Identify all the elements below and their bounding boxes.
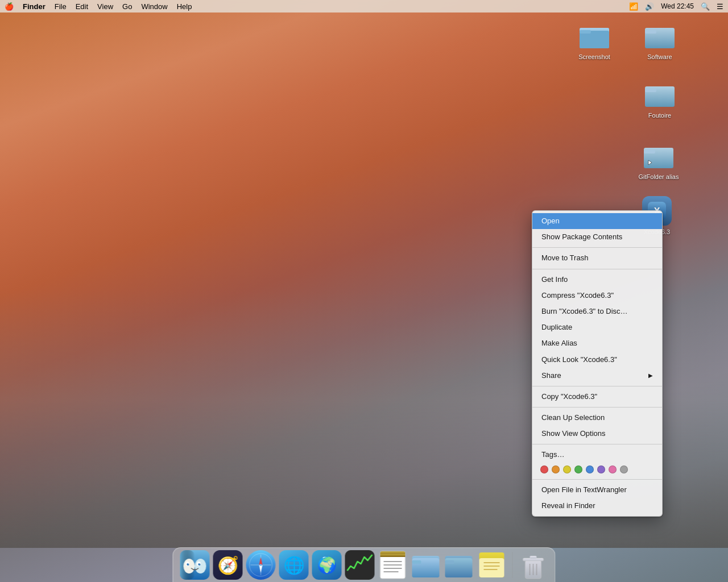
svg-point-21 (188, 563, 189, 564)
dock-network-icon: 🌍 (312, 550, 342, 580)
folder-icon-screenshot (580, 21, 609, 51)
ctx-quick-look[interactable]: Quick Look "Xcode6.3" (532, 352, 662, 368)
context-menu: Open Show Package Contents Move to Trash… (532, 210, 663, 517)
tag-purple[interactable] (597, 465, 605, 473)
svg-rect-7 (645, 89, 656, 92)
ctx-burn[interactable]: Burn "Xcode6.3" to Disc… (532, 304, 662, 319)
ctx-open-textwrangler[interactable]: Open File in TextWrangler (532, 482, 662, 498)
svg-point-16 (195, 559, 206, 573)
folder-label-gitfolder: GitFolder alias (639, 173, 679, 181)
dock-item-trash[interactable] (519, 550, 548, 580)
ctx-sep-5 (532, 444, 662, 444)
svg-rect-3 (580, 30, 591, 34)
ctx-sep-1 (532, 247, 662, 248)
ctx-share[interactable]: Share ▶ (532, 368, 662, 384)
ctx-sep-2 (532, 269, 662, 269)
dock-item-files[interactable] (411, 550, 441, 580)
tag-gray[interactable] (620, 465, 628, 473)
ctx-duplicate[interactable]: Duplicate (532, 319, 662, 335)
ctx-sep-6 (532, 479, 662, 480)
folder-icon-gitfolder (644, 141, 673, 171)
dock-item-activity[interactable] (345, 550, 375, 580)
dock-dashboard-icon: 🧭 (213, 550, 243, 580)
ctx-tags-label[interactable]: Tags… (532, 447, 662, 463)
ctx-move-trash[interactable]: Move to Trash (532, 250, 662, 266)
folder-icon-software (645, 21, 675, 51)
notification-icon[interactable]: ☰ (717, 2, 723, 11)
dock-item-network[interactable]: 🌍 (312, 550, 342, 580)
dock-item-finder[interactable] (180, 550, 210, 580)
dock-safari2-icon: 🌐 (279, 550, 309, 580)
svg-rect-29 (345, 550, 375, 580)
ctx-sep-4 (532, 407, 662, 408)
svg-rect-53 (530, 556, 537, 559)
desktop-icon-screenshot[interactable]: Screenshot (572, 21, 617, 61)
ctx-view-options[interactable]: Show View Options (532, 426, 662, 442)
desktop-icon-gitfolder[interactable]: GitFolder alias (636, 141, 681, 181)
tag-blue[interactable] (586, 465, 594, 473)
clock-icon: Wed 22:45 (661, 2, 694, 10)
svg-point-15 (184, 559, 195, 573)
dock-activity-icon (345, 550, 375, 580)
ctx-open[interactable]: Open (532, 213, 662, 229)
wifi-icon[interactable]: 📶 (629, 2, 638, 11)
dock-finder-icon (180, 550, 210, 580)
dock-notes-icon (477, 550, 507, 580)
dock-item-textedit[interactable] (378, 550, 408, 580)
menu-view[interactable]: View (97, 2, 113, 11)
ctx-cleanup[interactable]: Clean Up Selection (532, 410, 662, 426)
svg-rect-44 (479, 558, 504, 577)
folder-label-screenshot: Screenshot (578, 53, 610, 61)
apple-menu[interactable]: 🍎 (5, 2, 14, 11)
dock-divider (512, 552, 513, 578)
spotlight-icon[interactable]: 🔍 (701, 2, 710, 11)
volume-icon[interactable]: 🔊 (645, 2, 654, 11)
svg-rect-9 (644, 150, 655, 153)
menu-finder[interactable]: Finder (23, 2, 46, 11)
ctx-reveal-finder[interactable]: Reveal in Finder (532, 498, 662, 514)
folder-label-software: Software (647, 53, 672, 61)
dock-item-safari1[interactable] (246, 550, 276, 580)
dock-item-finder2[interactable] (444, 550, 474, 580)
folder-label-foutoire: Foutoire (648, 111, 671, 119)
svg-rect-5 (645, 30, 656, 34)
svg-point-22 (200, 563, 201, 564)
svg-rect-42 (445, 560, 454, 564)
dock-files-icon (411, 550, 441, 580)
menu-file[interactable]: File (55, 2, 67, 11)
tag-yellow[interactable] (563, 465, 571, 473)
tag-green[interactable] (574, 465, 582, 473)
share-chevron: ▶ (648, 372, 653, 380)
svg-rect-39 (412, 560, 421, 564)
ctx-get-info[interactable]: Get Info (532, 272, 662, 288)
dock-safari1-icon (246, 550, 276, 580)
menubar: 🍎 Finder File Edit View Go Window Help 📶… (0, 0, 728, 13)
ctx-copy[interactable]: Copy "Xcode6.3" (532, 389, 662, 405)
ctx-make-alias[interactable]: Make Alias (532, 335, 662, 351)
dock-item-notes[interactable] (477, 550, 507, 580)
ctx-compress[interactable]: Compress "Xcode6.3" (532, 288, 662, 304)
menu-go[interactable]: Go (122, 2, 132, 11)
dock-trash-icon (519, 550, 548, 580)
ctx-show-package[interactable]: Show Package Contents (532, 229, 662, 245)
tag-pink[interactable] (609, 465, 617, 473)
menu-window[interactable]: Window (141, 2, 167, 11)
dock-finder2-icon (444, 550, 474, 580)
tag-red[interactable] (540, 465, 548, 473)
menu-edit[interactable]: Edit (76, 2, 88, 11)
ctx-sep-3 (532, 386, 662, 386)
folder-icon-foutoire (645, 80, 675, 109)
menu-help[interactable]: Help (177, 2, 192, 11)
dock-item-safari2[interactable]: 🌐 (279, 550, 309, 580)
desktop-icon-software[interactable]: Software (637, 21, 682, 61)
dock-textedit-icon (378, 550, 408, 580)
desktop-icon-foutoire[interactable]: Foutoire (637, 80, 682, 119)
dock: 🧭 🌐 (173, 547, 556, 582)
tag-orange[interactable] (552, 465, 560, 473)
svg-rect-32 (380, 554, 406, 557)
ctx-tags-row (532, 463, 662, 477)
dock-item-dashboard[interactable]: 🧭 (213, 550, 243, 580)
